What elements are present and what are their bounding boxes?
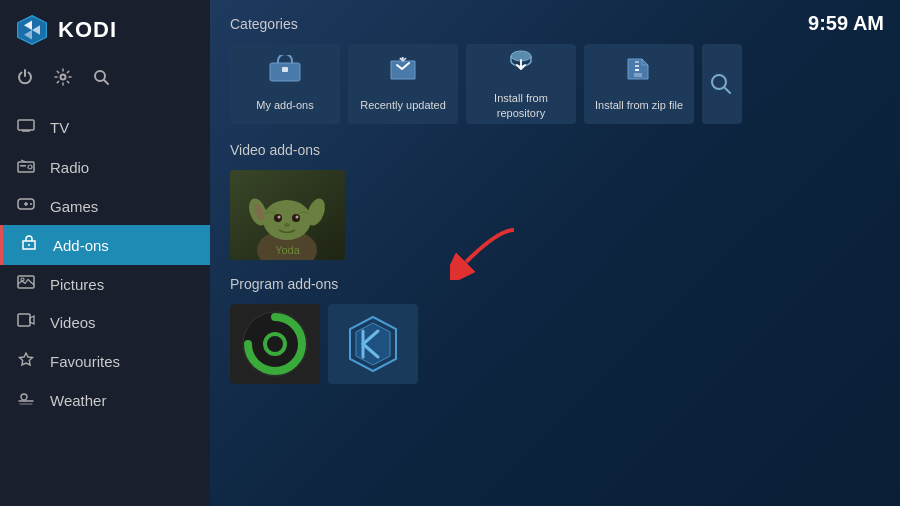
main-content: 9:59 AM Categories My add-ons (210, 0, 900, 506)
sidebar-item-favourites[interactable]: Favourites (0, 341, 210, 381)
yoda-label: Yoda (230, 244, 345, 256)
sidebar-item-addons-label: Add-ons (53, 237, 109, 254)
categories-title: Categories (230, 16, 880, 32)
svg-rect-26 (635, 69, 639, 71)
svg-marker-45 (356, 323, 390, 365)
svg-point-38 (296, 216, 299, 219)
svg-point-20 (21, 394, 27, 400)
sidebar-item-videos-label: Videos (50, 314, 96, 331)
install-from-repo-icon (504, 48, 538, 83)
install-from-zip-icon (622, 55, 656, 90)
clock: 9:59 AM (808, 12, 884, 35)
addon-kodi[interactable] (328, 304, 418, 384)
radio-icon (16, 157, 36, 177)
video-section-title: Video add-ons (230, 142, 880, 158)
category-install-from-repo-label: Install from repository (472, 91, 570, 120)
addon-groove[interactable] (230, 304, 320, 384)
weather-icon (16, 391, 36, 409)
sidebar-item-games-label: Games (50, 198, 98, 215)
program-addons-row (230, 304, 880, 384)
sidebar-item-pictures-label: Pictures (50, 276, 104, 293)
logo-area: KODI (0, 0, 210, 60)
category-recently-updated-label: Recently updated (360, 98, 446, 112)
category-install-from-repo[interactable]: Install from repository (466, 44, 576, 124)
videos-icon (16, 313, 36, 331)
svg-point-18 (21, 278, 24, 281)
video-addons-section: Video add-ons (230, 142, 880, 260)
svg-point-15 (30, 203, 32, 205)
sidebar-top-icons (0, 60, 210, 107)
svg-point-4 (61, 75, 66, 80)
sidebar-item-videos[interactable]: Videos (0, 303, 210, 341)
svg-rect-11 (20, 165, 26, 167)
svg-point-41 (243, 312, 307, 376)
kodi-thumbnail (328, 304, 418, 384)
svg-rect-19 (18, 314, 30, 326)
sidebar-item-radio-label: Radio (50, 159, 89, 176)
power-button[interactable] (16, 68, 34, 91)
favourites-icon (16, 351, 36, 371)
program-addons-section: Program add-ons (230, 276, 880, 384)
category-install-from-zip-label: Install from zip file (595, 98, 683, 112)
addons-icon (19, 235, 39, 255)
search-button[interactable] (92, 68, 110, 91)
sidebar-item-games[interactable]: Games (0, 187, 210, 225)
sidebar-item-tv[interactable]: TV (0, 107, 210, 147)
sidebar-item-tv-label: TV (50, 119, 69, 136)
games-icon (16, 197, 36, 215)
tv-icon (16, 117, 36, 137)
addon-yoda[interactable]: Yoda (230, 170, 345, 260)
sidebar-item-radio[interactable]: Radio (0, 147, 210, 187)
sidebar-item-favourites-label: Favourites (50, 353, 120, 370)
svg-rect-22 (282, 67, 288, 72)
category-partial[interactable] (702, 44, 742, 124)
pictures-icon (16, 275, 36, 293)
sidebar-item-weather-label: Weather (50, 392, 106, 409)
svg-point-37 (278, 216, 281, 219)
my-addons-icon (268, 55, 302, 90)
program-section-title: Program add-ons (230, 276, 880, 292)
svg-point-10 (28, 165, 32, 169)
category-install-from-zip[interactable]: Install from zip file (584, 44, 694, 124)
category-my-addons-label: My add-ons (256, 98, 313, 112)
svg-rect-6 (18, 120, 34, 130)
category-my-addons[interactable]: My add-ons (230, 44, 340, 124)
yoda-thumbnail: Yoda (230, 170, 345, 260)
svg-rect-25 (635, 65, 639, 67)
svg-point-31 (263, 200, 311, 240)
groove-thumbnail (230, 304, 320, 384)
category-recently-updated[interactable]: Recently updated (348, 44, 458, 124)
svg-point-39 (284, 223, 290, 227)
sidebar-item-weather[interactable]: Weather (0, 381, 210, 419)
recently-updated-icon (386, 55, 420, 90)
video-addons-row: Yoda (230, 170, 880, 260)
sidebar: KODI (0, 0, 210, 506)
app-title: KODI (58, 17, 117, 43)
svg-point-27 (712, 75, 726, 89)
svg-rect-24 (635, 61, 639, 63)
categories-row: My add-ons Recently updated (230, 44, 880, 124)
sidebar-item-pictures[interactable]: Pictures (0, 265, 210, 303)
kodi-logo-icon (16, 14, 48, 46)
sidebar-item-addons[interactable]: Add-ons (0, 225, 210, 265)
settings-button[interactable] (54, 68, 72, 91)
